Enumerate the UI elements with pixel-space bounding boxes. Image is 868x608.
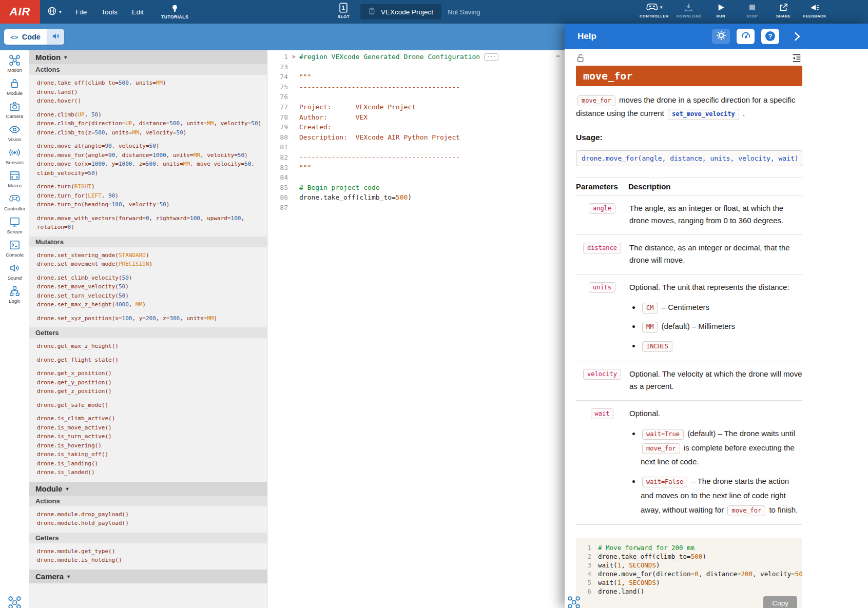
palette-command[interactable]: drone.move_with_vectors(forward=0, right… [37,214,267,232]
palette-command[interactable]: drone.set_xyz_position(x=100, y=200, z=3… [37,314,267,323]
inline-code-chip: INCHES [642,341,672,352]
palette-command[interactable]: drone.move_to(x=1000, y=1000, z=500, uni… [37,160,267,178]
tutorials-button[interactable]: TUTORIALS [161,4,188,19]
param-row-distance: distanceThe distance, as an integer or d… [576,235,802,274]
palette-section-motion[interactable]: Motion▾ [29,50,267,64]
palette-command[interactable]: drone.turn(RIGHT) [37,182,267,191]
palette-command[interactable]: drone.move_at(angle=90, velocity=50) [37,142,267,151]
palette-command[interactable]: drone.is_landed() [37,468,267,477]
example-code-line: 6drone.land() [576,587,802,596]
sidebar-item-motion[interactable]: Motion [0,54,29,73]
gear-icon [716,30,726,42]
palette-command[interactable]: drone.turn_for(LEFT, 90) [37,191,267,201]
sidebar-item-sound[interactable]: Sound [0,262,29,281]
line-number: 83 [267,163,288,173]
palette-command[interactable]: drone.is_move_active() [37,423,267,433]
code-brackets-icon: <> [10,33,18,41]
slot-button[interactable]: 1 SLOT [338,2,350,19]
controller-button[interactable]: ▾CONTROLLER [640,2,669,18]
palette-command[interactable]: drone.hover() [37,96,267,106]
line-number: 84 [267,172,288,183]
palette-command[interactable]: drone.is_turn_active() [37,432,267,441]
param-row-units: unitsOptional. The unit that represents … [576,274,802,361]
line-number: 74 [267,72,288,82]
controller-icon [646,3,659,12]
palette-command[interactable]: drone.take_off(climb_to=500, units=MM) [37,79,267,88]
sidebar-partial-icon[interactable] [8,596,22,608]
download-button[interactable]: DOWNLOAD [677,2,702,18]
palette-body: Motion▾Actionsdrone.take_off(climb_to=50… [29,50,267,583]
speaker-icon [51,32,60,43]
help-settings-button[interactable] [712,29,730,44]
palette-command[interactable]: drone.get_x_position() [37,369,267,378]
palette-command[interactable]: drone.get_z_position() [37,387,267,396]
sidebar-item-vision[interactable]: Vision [0,124,29,142]
palette-group-getters: Getters [29,533,267,543]
save-status: Not Saving [448,8,480,16]
palette-command[interactable]: drone.get_flight_state() [37,356,267,365]
palette-command[interactable]: drone.turn_to(heading=180, velocity=50) [37,200,267,209]
sidebar-item-module[interactable]: Module [0,77,29,96]
param-chip: wait [591,408,614,419]
sound-toggle-button[interactable] [47,29,64,45]
palette-command[interactable]: drone.is_hovering() [37,441,267,450]
fold-collapsed-icon[interactable]: > [288,52,299,62]
sidebar-item-controller[interactable]: Controller [0,193,29,211]
menu-edit[interactable]: Edit [132,8,144,16]
palette-command[interactable]: drone.module.hold_payload() [37,519,267,528]
palette-command[interactable]: drone.is_landing() [37,459,267,468]
stop-button[interactable]: STOP [740,2,764,18]
palette-command[interactable]: drone.climb(UP, 50) [37,110,267,120]
sidebar-item-screen[interactable]: Screen [0,216,29,234]
palette-command[interactable]: drone.land() [37,88,267,97]
air-logo[interactable]: AIR [0,0,40,24]
palette-command[interactable]: drone.set_max_z_height(4000, MM) [37,300,267,309]
help-intro: move_for moves the drone in a specific d… [576,93,802,121]
share-icon [779,3,788,12]
vexcode-app-window: AIR ▾ File Tools Edit TUTORIALS 1 SLOT V… [0,0,868,608]
palette-command[interactable]: drone.module.drop_payload() [37,510,267,519]
sidebar-item-sensors[interactable]: Sensors [0,147,29,165]
palette-command[interactable]: drone.get_safe_mode() [37,401,267,410]
palette-command[interactable]: drone.is_climb_active() [37,414,267,423]
example-code-line: 1# Move forward for 200 mm [576,543,802,552]
outdent-icon[interactable] [791,52,802,64]
palette-section-camera[interactable]: Camera▾ [29,570,267,583]
palette-command[interactable]: drone.module.get_type() [37,547,267,556]
copy-button[interactable]: Copy [763,596,797,608]
panel-corner-drone-icon[interactable] [567,596,581,608]
sidebar-item-console[interactable]: Console [0,239,29,258]
globe-icon [47,6,57,18]
motion-icon [9,54,21,66]
language-menu[interactable]: ▾ [47,6,62,18]
share-button[interactable]: SHARE [771,2,795,18]
palette-command[interactable]: drone.get_max_z_height() [37,342,267,351]
palette-command[interactable]: drone.climb_to(z=500, units=MM, velocity… [37,128,267,138]
sidebar-item-camera[interactable]: Camera [0,101,29,119]
palette-command[interactable]: drone.set_movement_mode(PRECISION) [37,260,267,269]
help-dashboard-button[interactable] [737,29,755,44]
palette-command[interactable]: drone.get_y_position() [37,378,267,387]
sidebar-item-macro[interactable]: Macro [0,170,29,188]
code-mode-toggle[interactable]: <> Code [4,29,47,45]
help-collapse-chevron[interactable] [790,30,803,43]
palette-command[interactable]: drone.move_for(angle=90, distance=1000, … [37,151,267,160]
help-about-button[interactable]: ? [761,29,779,44]
palette-command[interactable]: drone.is_taking_off() [37,450,267,459]
menu-tools[interactable]: Tools [101,8,118,16]
feedback-button[interactable]: FEEDBACK [803,2,826,18]
folded-region-badge[interactable]: ··· [484,53,498,61]
palette-command[interactable]: drone.set_steering_mode(STANDARD) [37,251,267,260]
lock-open-icon[interactable] [576,53,586,63]
palette-section-module[interactable]: Module▾ [29,482,267,496]
project-name-box[interactable]: VEXcode Project [360,4,441,19]
menu-file[interactable]: File [76,8,87,16]
palette-command[interactable]: drone.module.is_holding() [37,556,267,565]
palette-command[interactable]: drone.climb_for(direction=UP, distance=5… [37,119,267,128]
palette-command[interactable]: drone.set_climb_velocity(50) [37,273,267,283]
project-name: VEXcode Project [381,8,433,16]
sidebar-item-logic[interactable]: Logic [0,285,29,304]
palette-command[interactable]: drone.set_turn_velocity(50) [37,291,267,301]
run-button[interactable]: RUN [709,2,732,18]
palette-command[interactable]: drone.set_move_velocity(50) [37,282,267,291]
